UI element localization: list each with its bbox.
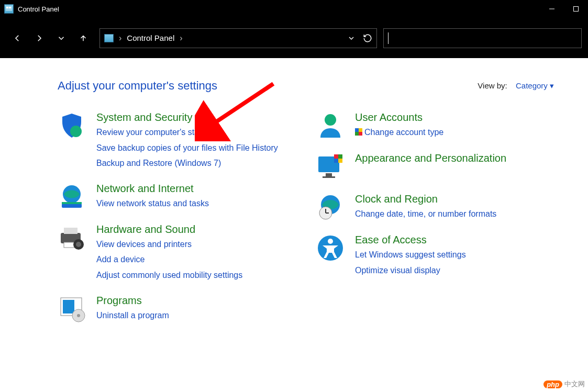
category-title[interactable]: System and Security	[96, 111, 278, 124]
accessibility-icon[interactable]	[316, 234, 345, 262]
category-link[interactable]: Adjust commonly used mobility settings	[96, 268, 242, 282]
category-link[interactable]: Review your computer's status	[96, 126, 278, 139]
maximize-button[interactable]	[564, 0, 588, 18]
programs-icon[interactable]	[58, 295, 86, 323]
user-icon[interactable]	[316, 111, 345, 140]
category-link[interactable]: Let Windows suggest settings	[355, 248, 466, 262]
category-title[interactable]: Clock and Region	[355, 193, 496, 205]
svg-point-17	[77, 314, 80, 317]
watermark: php 中文网	[543, 379, 585, 389]
viewby-label: View by:	[478, 81, 507, 90]
category-title[interactable]: Programs	[96, 295, 169, 307]
monitor-icon[interactable]	[316, 152, 345, 181]
globe-icon[interactable]	[58, 183, 86, 211]
svg-rect-4	[574, 7, 579, 12]
breadcrumb-root[interactable]: Control Panel	[127, 33, 174, 42]
recent-dropdown-button[interactable]	[50, 27, 72, 49]
watermark-text: 中文网	[564, 379, 585, 389]
category-link[interactable]: View devices and printers	[96, 238, 242, 251]
category-appearance: Appearance and Personalization	[316, 152, 554, 181]
svg-rect-20	[326, 173, 332, 176]
svg-point-18	[325, 114, 336, 126]
category-link[interactable]: Save backup copies of your files with Fi…	[96, 141, 278, 155]
svg-rect-10	[64, 228, 77, 234]
address-bar[interactable]: › Control Panel ›	[99, 28, 377, 48]
category-system-security: System and Security Review your computer…	[58, 111, 295, 170]
nav-bar: › Control Panel ›	[0, 18, 588, 58]
svg-rect-21	[323, 176, 335, 178]
svg-point-13	[76, 242, 81, 247]
svg-point-31	[328, 239, 333, 244]
category-user-accounts: User Accounts Change account type	[316, 111, 554, 140]
page-title: Adjust your computer's settings	[58, 79, 217, 93]
svg-point-5	[70, 126, 82, 137]
back-button[interactable]	[6, 27, 28, 49]
svg-rect-24	[334, 159, 338, 163]
category-link[interactable]: Add a device	[96, 253, 242, 266]
category-title[interactable]: Network and Internet	[96, 183, 209, 195]
address-icon	[104, 34, 114, 42]
category-link[interactable]: Optimize visual display	[355, 264, 466, 277]
viewby-value: Category	[516, 81, 548, 90]
svg-rect-15	[63, 300, 74, 313]
svg-rect-8	[62, 202, 82, 204]
category-programs: Programs Uninstall a program	[58, 295, 295, 323]
search-input[interactable]	[383, 28, 582, 48]
category-title[interactable]: Appearance and Personalization	[355, 152, 506, 164]
category-title[interactable]: Ease of Access	[355, 234, 466, 246]
category-clock-region: Clock and Region Change date, time, or n…	[316, 193, 554, 221]
window-title: Control Panel	[18, 5, 59, 13]
shield-icon[interactable]	[58, 111, 86, 140]
title-bar: Control Panel	[0, 0, 588, 18]
text-cursor	[388, 32, 389, 44]
watermark-brand: php	[543, 380, 562, 388]
svg-rect-2	[9, 7, 11, 8]
svg-rect-7	[62, 204, 82, 208]
svg-rect-23	[338, 154, 342, 159]
up-button[interactable]	[72, 27, 94, 49]
category-link[interactable]: View network status and tasks	[96, 197, 209, 210]
category-ease-of-access: Ease of Access Let Windows suggest setti…	[316, 234, 554, 277]
chevron-right-icon: ›	[180, 33, 182, 43]
svg-rect-1	[6, 7, 8, 8]
chevron-right-icon: ›	[119, 33, 121, 43]
clock-globe-icon[interactable]	[316, 193, 345, 221]
category-title[interactable]: User Accounts	[355, 111, 443, 124]
category-link[interactable]: Backup and Restore (Windows 7)	[96, 156, 278, 170]
minimize-button[interactable]	[540, 0, 564, 18]
control-panel-icon	[4, 4, 14, 14]
category-hardware: Hardware and Sound View devices and prin…	[58, 223, 295, 282]
category-link[interactable]: Change account type	[355, 126, 443, 139]
category-network: Network and Internet View network status…	[58, 183, 295, 211]
content-area: Adjust your computer's settings View by:…	[0, 58, 588, 323]
address-dropdown-icon[interactable]	[347, 34, 356, 42]
svg-rect-22	[334, 154, 338, 159]
forward-button[interactable]	[28, 27, 50, 49]
svg-rect-25	[338, 159, 342, 163]
printer-icon[interactable]	[58, 223, 86, 252]
category-link[interactable]: Change date, time, or number formats	[355, 207, 496, 221]
view-by-selector[interactable]: View by: Category ▾	[478, 81, 554, 91]
category-title[interactable]: Hardware and Sound	[96, 223, 242, 236]
refresh-icon[interactable]	[363, 33, 372, 43]
category-link[interactable]: Uninstall a program	[96, 309, 169, 322]
